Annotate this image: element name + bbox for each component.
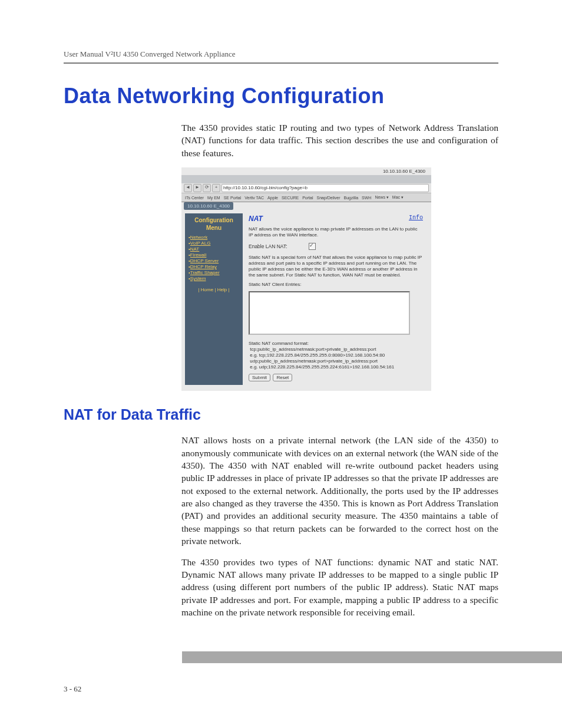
menu-item-traffic-shaper[interactable]: Traffic Shaper [189, 270, 239, 275]
pane-title: NAT [249, 215, 263, 223]
bookmark-item[interactable]: SWH [362, 196, 371, 200]
url-field[interactable]: http://10.10.10.60/cgi-bin/config?page=b [222, 184, 429, 192]
bookmark-item[interactable]: Apple [267, 196, 278, 200]
bookmark-item[interactable]: SE Portal [224, 196, 242, 200]
refresh-button[interactable]: ⟳ [203, 184, 211, 192]
forward-button[interactable]: ► [193, 184, 201, 192]
bookmark-item[interactable]: Bugzilla [344, 196, 359, 200]
menu-item-network[interactable]: Network [189, 235, 239, 240]
menu-title: Configuration [189, 217, 239, 223]
bookmark-item[interactable]: Snap/Deliver [316, 196, 340, 200]
bookmark-item[interactable]: My EM [207, 196, 220, 200]
enable-label: Enable LAN NAT: [249, 243, 287, 249]
back-button[interactable]: ◄ [184, 184, 192, 192]
browser-tab-bar [181, 175, 431, 183]
cmd-line-3: udp;public_ip_address/netmask:port>priva… [250, 358, 378, 364]
menu-item-firewall[interactable]: Firewall [189, 252, 239, 258]
nat-screenshot-figure: 10.10.10.60 E_4300 ◄ ► ⟳ + http://10.10.… [181, 167, 431, 391]
page-number: 3 - 62 [64, 684, 81, 694]
info-link[interactable]: Info [409, 215, 423, 223]
subsection-p1: NAT allows hosts on a private internal n… [181, 434, 498, 547]
add-button[interactable]: + [212, 184, 220, 192]
cmd-line-1: tcp;public_ip_address/netmask:port>priva… [250, 347, 376, 352]
bookmark-item[interactable]: News ▾ [375, 195, 388, 200]
bookmarks-row: ITs Center My EM SE Portal Vertiv TAC Ap… [181, 193, 431, 202]
section-intro: The 4350 provides static IP routing and … [181, 121, 498, 159]
entries-label: Static NAT Client Entries: [249, 282, 423, 288]
menu-subtitle: Menu [189, 225, 239, 231]
cmd-line-4: e.g. udp;192.228.225.84/255.255.255.224:… [250, 364, 394, 370]
menu-help-link[interactable]: Help [217, 287, 227, 292]
static-nat-desc: Static NAT is a special form of NAT that… [249, 255, 423, 278]
cmd-heading: Static NAT command format: [249, 341, 309, 346]
bookmark-item[interactable]: Portal [302, 196, 313, 200]
enable-nat-checkbox[interactable] [309, 243, 316, 250]
menu-item-voip-alg[interactable]: VoIP ALG [189, 241, 239, 246]
device-chip: 10.10.10.60 E_4300 [184, 202, 233, 210]
bookmark-item[interactable]: Vertiv TAC [244, 196, 264, 200]
subsection-title: NAT for Data Traffic [64, 406, 498, 423]
running-head: User Manual V²IU 4350 Converged Network … [64, 50, 498, 59]
menu-item-system[interactable]: System [189, 276, 239, 281]
static-nat-entries-textarea[interactable] [249, 291, 410, 335]
content-pane: NAT Info NAT allows the voice appliance … [243, 213, 428, 385]
section-title: Data Networking Configuration [64, 84, 498, 108]
menu-home-link[interactable]: Home [201, 287, 213, 292]
screenshot-ip-top: 10.10.10.60 E_4300 [181, 167, 431, 175]
subsection-p2: The 4350 provides two types of NAT funct… [181, 556, 498, 619]
pane-intro: NAT allows the voice appliance to map pr… [249, 226, 423, 238]
menu-footer: | Home | Help | [189, 287, 239, 292]
config-menu: Configuration Menu Network VoIP ALG NAT … [185, 213, 243, 385]
bookmark-item[interactable]: Mac ▾ [392, 195, 404, 200]
submit-button[interactable]: Submit [249, 374, 270, 381]
menu-item-nat[interactable]: NAT [189, 246, 239, 252]
menu-item-dhcp-server[interactable]: DHCP Server [189, 258, 239, 263]
bookmark-item[interactable]: SECURE [282, 196, 299, 200]
cmd-format-block: Static NAT command format: tcp;public_ip… [249, 341, 423, 370]
footer-bar [0, 651, 562, 663]
menu-item-dhcp-relay[interactable]: DHCP Relay [189, 264, 239, 269]
bookmark-item[interactable]: ITs Center [185, 196, 204, 200]
header-rule [64, 62, 498, 64]
app-header: 10.10.10.60 E_4300 [181, 202, 431, 210]
cmd-line-2: e.g. tcp;192.228.225.84/255.255.255.0:80… [250, 353, 385, 358]
browser-address-bar: ◄ ► ⟳ + http://10.10.10.60/cgi-bin/confi… [181, 183, 431, 193]
reset-button[interactable]: Reset [273, 374, 292, 381]
